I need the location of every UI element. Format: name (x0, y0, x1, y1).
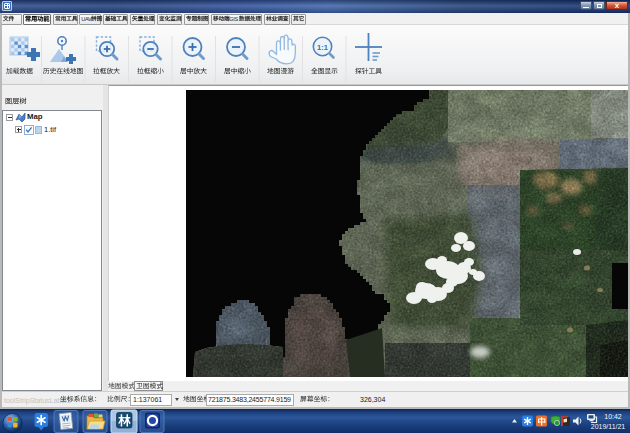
svg-text:2019/11/21: 2019/11/21 (591, 423, 626, 430)
svg-text:1:1: 1:1 (317, 42, 328, 51)
svg-text:10:42: 10:42 (604, 413, 622, 420)
